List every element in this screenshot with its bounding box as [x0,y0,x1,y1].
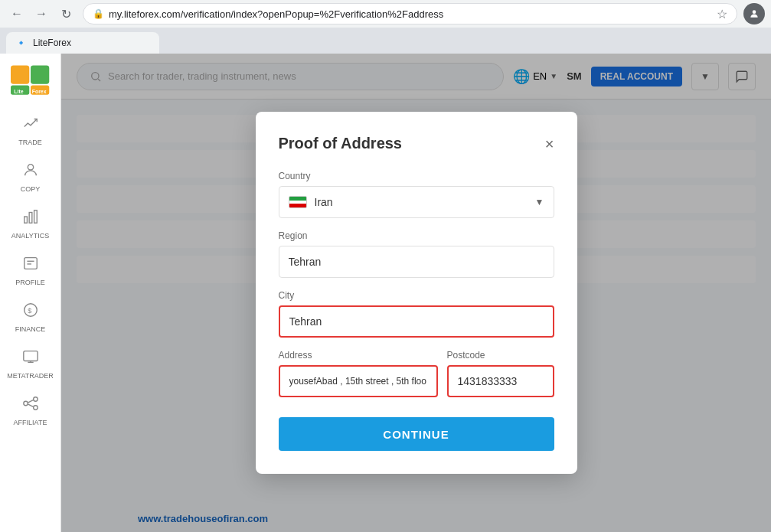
svg-point-21 [33,406,37,410]
svg-rect-1 [11,66,29,84]
lock-icon: 🔒 [93,8,104,19]
back-button[interactable]: ← [6,3,28,24]
profile-icon [22,255,39,276]
iran-flag-icon [289,196,307,208]
active-tab[interactable]: 🔹 LiteForex [6,32,159,54]
sidebar-finance-label: FINANCE [15,325,46,333]
trade-icon [22,115,39,135]
city-input[interactable] [279,305,554,338]
city-label: City [279,290,554,301]
svg-rect-16 [23,351,37,361]
proof-of-address-modal: Proof of Address × Country Iran ▼ [256,112,577,474]
sidebar-item-affiliate[interactable]: AFFILIATE [0,387,60,434]
affiliate-icon [22,395,39,416]
address-input[interactable] [279,365,438,397]
svg-point-20 [33,397,37,402]
address-form-group: Address [279,350,438,397]
svg-rect-11 [24,258,37,269]
sidebar-copy-label: COPY [21,185,41,193]
continue-button[interactable]: CONTINUE [279,417,554,451]
country-select[interactable]: Iran ▼ [279,186,554,218]
modal-title: Proof of Address [279,135,403,152]
sidebar-metatrader-label: METATRADER [7,372,54,380]
url-text: my.liteforex.com/verification/index?open… [109,8,712,20]
browser-tabs: 🔹 LiteForex [0,28,771,54]
tab-title: LiteForex [33,38,71,48]
country-select-left: Iran [289,196,333,208]
svg-text:Forex: Forex [31,89,46,94]
bookmark-star-button[interactable]: ☆ [717,7,727,21]
svg-rect-9 [29,213,32,224]
profile-button[interactable] [743,3,765,24]
postcode-form-group: Postcode [447,350,554,397]
reload-button[interactable]: ↻ [55,3,77,24]
sidebar-item-copy[interactable]: COPY [0,154,60,201]
country-value: Iran [315,196,333,208]
sidebar-logo[interactable]: Lite Forex [8,61,54,100]
postcode-input[interactable] [447,365,554,397]
address-label: Address [279,350,438,361]
svg-line-23 [28,404,33,407]
svg-point-19 [23,401,27,406]
sidebar-item-metatrader[interactable]: METATRADER [0,341,60,387]
sidebar-item-finance[interactable]: $ FINANCE [0,294,60,341]
browser-toolbar: ← → ↻ 🔒 my.liteforex.com/verification/in… [0,0,771,28]
nav-buttons: ← → ↻ [6,3,77,24]
svg-rect-10 [34,211,37,224]
svg-text:Lite: Lite [14,89,23,94]
svg-rect-2 [31,66,49,84]
svg-rect-8 [24,217,27,223]
main-content: Search for trader, trading instrument, n… [61,54,771,532]
finance-icon: $ [22,302,39,322]
postcode-label: Postcode [447,350,554,361]
country-chevron-icon: ▼ [535,197,544,207]
sidebar: Lite Forex TRADE COPY ANALYTICS [0,54,61,532]
sidebar-affiliate-label: AFFILIATE [14,419,47,426]
region-input[interactable] [279,246,554,278]
region-form-group: Region [279,230,554,278]
sidebar-item-analytics[interactable]: ANALYTICS [0,201,60,247]
address-col: Address [279,350,438,410]
sidebar-profile-label: PROFILE [15,279,45,286]
sidebar-item-trade[interactable]: TRADE [0,107,60,154]
svg-text:$: $ [28,307,31,315]
tab-favicon: 🔹 [15,38,27,48]
region-label: Region [279,230,554,241]
sidebar-trade-label: TRADE [18,139,42,146]
postcode-col: Postcode [447,350,554,410]
browser-chrome: ← → ↻ 🔒 my.liteforex.com/verification/in… [0,0,771,54]
modal-overlay: Proof of Address × Country Iran ▼ [61,54,771,532]
modal-header: Proof of Address × [279,135,554,152]
svg-line-22 [28,400,33,403]
address-postcode-row: Address Postcode [279,350,554,410]
svg-point-0 [753,10,756,14]
page-layout: Lite Forex TRADE COPY ANALYTICS [0,54,771,532]
modal-close-button[interactable]: × [545,136,554,152]
sidebar-analytics-label: ANALYTICS [11,232,49,240]
metatrader-icon [22,348,39,369]
country-label: Country [279,171,554,181]
sidebar-item-profile[interactable]: PROFILE [0,247,60,294]
forward-button[interactable]: → [31,3,52,24]
address-bar[interactable]: 🔒 my.liteforex.com/verification/index?op… [83,3,737,24]
country-form-group: Country Iran ▼ [279,171,554,218]
copy-icon [22,162,39,182]
city-form-group: City [279,290,554,338]
svg-point-7 [28,165,33,170]
analytics-icon [22,208,39,229]
